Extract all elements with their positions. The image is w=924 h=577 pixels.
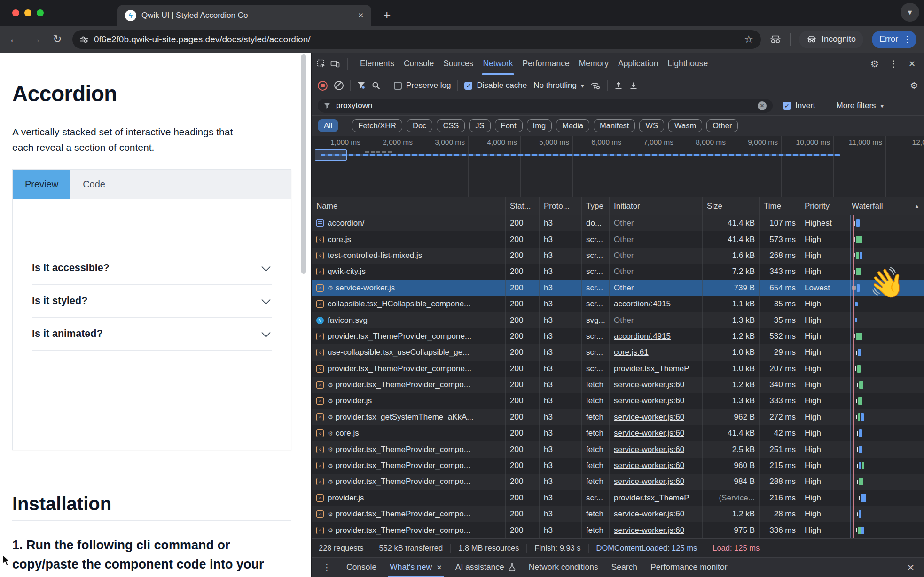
filter-chip-doc[interactable]: Doc xyxy=(407,119,432,132)
request-initiator-text[interactable]: service-worker.js:60 xyxy=(614,445,684,454)
tab-search-chevron-icon[interactable]: ▾ xyxy=(901,3,919,22)
col-protocol[interactable]: Proto... xyxy=(540,197,582,215)
close-tab-icon[interactable]: ✕ xyxy=(436,563,442,572)
filter-chip-media[interactable]: Media xyxy=(556,119,589,132)
network-request-row[interactable]: ‹›provider.tsx_ThemeProvider_compone...2… xyxy=(312,328,924,344)
filter-chip-fetch-xhr[interactable]: Fetch/XHR xyxy=(352,119,402,132)
reload-icon[interactable]: ↻ xyxy=(51,33,64,46)
drawer-tab-network-conditions[interactable]: Network conditions xyxy=(522,558,605,577)
network-request-row[interactable]: ‹›provider.tsx_ThemeProvider_compone...2… xyxy=(312,361,924,377)
filter-chip-manifest[interactable]: Manifest xyxy=(594,119,635,132)
network-overview-timeline[interactable]: 1,000 ms2,000 ms3,000 ms4,000 ms5,000 ms… xyxy=(312,136,924,197)
browser-tab[interactable]: ϟ Qwik UI | Styled Accordion Co ✕ xyxy=(117,5,371,26)
request-initiator-text[interactable]: service-worker.js:60 xyxy=(614,396,684,405)
close-devtools-icon[interactable]: ✕ xyxy=(908,59,916,69)
browser-menu-kebab-icon[interactable]: ⋮ xyxy=(903,34,912,45)
settings-gear-icon[interactable]: ⚙ xyxy=(870,58,879,70)
drawer-tab-console[interactable]: Console xyxy=(340,558,383,577)
back-icon[interactable]: ← xyxy=(8,33,21,46)
network-request-row[interactable]: ‹›⚙provider.tsx_ThemeProvider_compo...20… xyxy=(312,377,924,393)
devtools-tab-elements[interactable]: Elements xyxy=(355,53,399,75)
address-bar[interactable]: 0f6e2f0b.qwik-ui-site.pages.dev/docs/sty… xyxy=(72,30,761,49)
col-name[interactable]: Name xyxy=(312,197,506,215)
bookmark-star-icon[interactable]: ☆ xyxy=(744,33,753,46)
tab-code[interactable]: Code xyxy=(70,170,117,199)
request-initiator-text[interactable]: accordion/:4915 xyxy=(614,332,671,341)
devtools-tab-network[interactable]: Network xyxy=(478,53,517,75)
record-network-log-button[interactable] xyxy=(318,81,328,91)
incognito-profile-chip[interactable]: Incognito xyxy=(799,31,863,48)
col-priority[interactable]: Priority xyxy=(800,197,847,215)
request-initiator-text[interactable]: service-worker.js:60 xyxy=(614,509,684,519)
network-request-row[interactable]: ‹›⚙provider.tsx_getSystemTheme_aKkA...20… xyxy=(312,409,924,425)
network-request-row[interactable]: ϟfavicon.svg200h3svg...Other1.3 kB35 msH… xyxy=(312,312,924,328)
devtools-tab-performance[interactable]: Performance xyxy=(518,53,574,75)
throttling-select[interactable]: No throttling ▾ xyxy=(533,81,584,90)
filter-chip-js[interactable]: JS xyxy=(469,119,490,132)
invert-filter-control[interactable]: ✓ Invert xyxy=(783,101,815,110)
filter-chip-font[interactable]: Font xyxy=(495,119,523,132)
disable-cache-checkbox[interactable]: ✓ xyxy=(464,82,472,90)
inspect-element-icon[interactable] xyxy=(317,59,326,68)
url-text[interactable]: 0f6e2f0b.qwik-ui-site.pages.dev/docs/sty… xyxy=(94,34,738,45)
network-settings-gear-icon[interactable]: ⚙ xyxy=(910,80,918,91)
close-drawer-icon[interactable]: ✕ xyxy=(907,562,918,573)
network-request-row[interactable]: ‹›⚙provider.tsx_ThemeProvider_compo...20… xyxy=(312,506,924,522)
device-toolbar-icon[interactable] xyxy=(330,60,340,68)
col-type[interactable]: Type xyxy=(582,197,610,215)
drawer-tab-what-s-new[interactable]: What's new✕ xyxy=(383,558,448,577)
browser-error-menu-button[interactable]: Error ⋮ xyxy=(872,31,916,48)
devtools-tab-memory[interactable]: Memory xyxy=(574,53,613,75)
col-status[interactable]: Stat... xyxy=(506,197,540,215)
filter-chip-css[interactable]: CSS xyxy=(437,119,465,132)
col-time[interactable]: Time xyxy=(760,197,800,215)
request-initiator-text[interactable]: service-worker.js:60 xyxy=(614,429,684,438)
request-initiator-text[interactable]: service-worker.js:60 xyxy=(614,477,684,486)
import-har-icon[interactable] xyxy=(614,81,623,90)
filter-chip-img[interactable]: Img xyxy=(527,119,552,132)
preserve-log-checkbox[interactable] xyxy=(394,82,402,90)
request-initiator-text[interactable]: service-worker.js:60 xyxy=(614,526,684,535)
accordion-item-is-it-accessible[interactable]: Is it accessible? xyxy=(32,252,272,285)
request-initiator-text[interactable]: service-worker.js:60 xyxy=(614,380,684,390)
network-request-row[interactable]: ‹›⚙provider.tsx_ThemeProvider_compo...20… xyxy=(312,474,924,490)
col-initiator[interactable]: Initiator xyxy=(610,197,703,215)
request-initiator-text[interactable]: provider.tsx_ThemeP xyxy=(614,493,689,503)
filter-input[interactable]: proxytown ✕ xyxy=(318,99,773,113)
close-window-button[interactable] xyxy=(12,9,19,16)
network-request-row[interactable]: ‹›⚙provider.js200h3fetchservice-worker.j… xyxy=(312,393,924,409)
col-waterfall[interactable]: Waterfall ▲ xyxy=(847,197,924,215)
search-icon[interactable] xyxy=(372,81,380,90)
network-request-row[interactable]: ‹›qwik-city.js200h3scr...Other7.2 kB343 … xyxy=(312,264,924,280)
more-filters-dropdown[interactable]: More filters ▾ xyxy=(837,101,884,110)
devtools-tab-lighthouse[interactable]: Lighthouse xyxy=(663,53,713,75)
clear-network-log-icon[interactable] xyxy=(334,81,344,90)
devtools-tab-sources[interactable]: Sources xyxy=(439,53,478,75)
more-options-kebab-icon[interactable]: ⋮ xyxy=(889,58,898,69)
filter-chip-ws[interactable]: WS xyxy=(639,119,664,132)
accordion-item-is-it-animated[interactable]: Is it animated? xyxy=(32,318,272,351)
clear-filter-icon[interactable]: ✕ xyxy=(758,101,767,110)
drawer-tab-ai-assistance[interactable]: AI assistance xyxy=(449,558,522,577)
request-initiator-text[interactable]: core.js:61 xyxy=(614,348,649,357)
invert-checkbox[interactable]: ✓ xyxy=(783,102,791,110)
page-scrollbar-thumb[interactable] xyxy=(301,54,306,274)
network-request-row[interactable]: ‹›⚙provider.tsx_ThemeProvider_compo...20… xyxy=(312,522,924,538)
col-size[interactable]: Size xyxy=(703,197,760,215)
request-initiator-text[interactable]: service-worker.js:60 xyxy=(614,461,684,470)
network-request-row[interactable]: ‹›use-collapsible.tsx_useCollapsible_ge.… xyxy=(312,344,924,360)
minimize-window-button[interactable] xyxy=(24,9,31,16)
network-request-row[interactable]: accordion/200h3do...Other41.4 kB107 msHi… xyxy=(312,215,924,231)
network-conditions-icon[interactable] xyxy=(590,81,601,90)
tab-preview[interactable]: Preview xyxy=(13,170,70,199)
filter-chip-other[interactable]: Other xyxy=(706,119,738,132)
disable-cache-control[interactable]: ✓ Disable cache xyxy=(464,81,527,90)
network-request-row[interactable]: ‹›⚙core.js200h3fetchservice-worker.js:60… xyxy=(312,425,924,441)
network-request-row[interactable]: ‹›provider.js200h3scr...provider.tsx_The… xyxy=(312,490,924,506)
preserve-log-control[interactable]: Preserve log xyxy=(394,81,451,90)
network-request-row[interactable]: ‹›test-controlled-list-mixed.js200h3scr.… xyxy=(312,248,924,264)
filter-chip-wasm[interactable]: Wasm xyxy=(668,119,702,132)
devtools-tab-console[interactable]: Console xyxy=(399,53,439,75)
network-request-row[interactable]: ‹›⚙provider.tsx_ThemeProvider_compo...20… xyxy=(312,441,924,457)
drawer-tab-performance-monitor[interactable]: Performance monitor xyxy=(644,558,734,577)
